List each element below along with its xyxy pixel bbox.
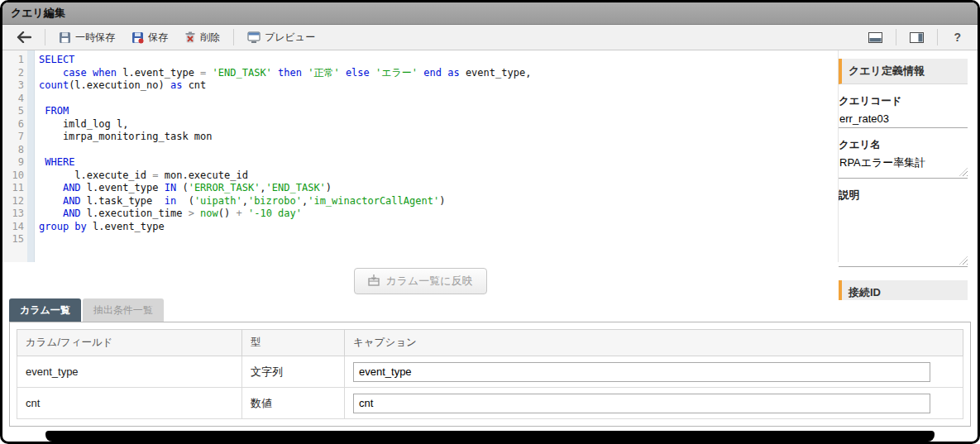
code-token (87, 67, 93, 79)
header-field: カラム/フィールド (17, 330, 242, 356)
code-token: l.execute_id (39, 169, 152, 181)
code-token (39, 182, 63, 193)
code-token: AND (63, 195, 81, 207)
code-token: , (260, 182, 265, 193)
save-icon (131, 31, 144, 44)
code-token: 'im_winactorCallAgent' (308, 195, 439, 207)
description-label: 説明 (839, 189, 968, 203)
cell-field: cnt (17, 388, 242, 419)
code-line: AND l.event_type IN ('ERROR_TASK','END_T… (39, 182, 838, 195)
line-number: 15 (2, 233, 24, 246)
tab-column-list[interactable]: カラム一覧 (9, 298, 81, 322)
code-token: + (236, 208, 241, 219)
query-name-textarea[interactable]: RPAエラー率集計 (839, 154, 968, 179)
code-token: l.task_type (81, 195, 165, 207)
query-name-field: RPAエラー率集計 (839, 154, 968, 179)
line-number: 5 (2, 105, 24, 118)
code-token (370, 67, 375, 79)
code-token (340, 67, 346, 79)
line-numbers: 123456789101112131415 (2, 50, 27, 262)
code-token: l.event_type (81, 182, 165, 193)
toolbar: 一時保存 保存 削除 プレビュー (2, 25, 978, 50)
code-token: 'uipath' (194, 195, 242, 207)
code-token: 'エラー' (375, 67, 418, 79)
column-list-panel: カラム/フィールド 型 キャプション event_type文字列cnt数値 (9, 322, 971, 427)
reflect-row: カラム一覧に反映 (2, 262, 839, 300)
code-line (39, 144, 838, 157)
code-lines[interactable]: SELECT case when l.event_type = 'END_TAS… (35, 50, 838, 262)
code-line: AND l.task_type in ('uipath','bizrobo','… (39, 195, 838, 208)
reflect-columns-icon (368, 275, 380, 289)
line-number: 8 (2, 144, 24, 157)
toolbar-separator (233, 29, 234, 45)
query-code-input[interactable] (839, 110, 968, 128)
sql-editor[interactable]: 123456789101112131415 SELECT case when l… (2, 50, 839, 262)
code-token: ( (176, 182, 188, 193)
caption-input[interactable] (353, 394, 930, 413)
bottom-bar (45, 431, 935, 442)
code-token: 'ERROR_TASK' (189, 182, 261, 193)
code-token: end (423, 67, 442, 79)
code-token: ) (439, 195, 445, 207)
back-icon (17, 31, 31, 43)
temp-save-button[interactable]: 一時保存 (51, 28, 122, 47)
code-token: () (218, 208, 237, 219)
code-token: , (242, 195, 248, 207)
code-line: l.execute_id = mon.execute_id (39, 169, 838, 183)
code-line: imld_log l, (39, 118, 838, 131)
query-definition-sidebar: クエリ定義情報 クエリコード クエリ名 RPAエラー率集計 説明 接続ID (839, 50, 978, 300)
code-token: 'END_TASK' (213, 67, 272, 79)
toggle-bottom-panel-button[interactable] (861, 30, 890, 45)
code-token: WHERE (45, 156, 74, 168)
tab-extraction-conditions[interactable]: 抽出条件一覧 (83, 298, 164, 322)
reflect-columns-button[interactable]: カラム一覧に反映 (354, 268, 486, 294)
delete-icon (184, 31, 196, 44)
code-token (39, 67, 63, 79)
save-button[interactable]: 保存 (124, 28, 175, 47)
toolbar-separator (45, 29, 45, 45)
description-field (839, 204, 968, 267)
code-token: AND (63, 182, 81, 193)
code-token: case (63, 67, 87, 79)
caption-input[interactable] (353, 362, 930, 382)
back-button[interactable] (9, 29, 39, 45)
code-token: count (39, 79, 69, 91)
description-textarea[interactable] (839, 204, 968, 267)
toggle-bottom-panel-icon (868, 32, 882, 43)
code-line (39, 233, 838, 246)
delete-button[interactable]: 削除 (177, 28, 227, 47)
code-line: case when l.event_type = 'END_TASK' then… (39, 67, 838, 80)
code-token (242, 208, 248, 219)
code-token: now (200, 208, 218, 219)
delete-label: 削除 (200, 31, 220, 45)
table-row: event_type文字列 (17, 356, 963, 388)
cell-caption (345, 356, 963, 388)
preview-icon (247, 31, 261, 44)
header-caption: キャプション (345, 330, 963, 356)
code-token: AND (63, 208, 81, 219)
line-number: 3 (2, 79, 24, 93)
line-number: 4 (2, 93, 24, 106)
code-token: else (346, 67, 370, 79)
query-definition-header: クエリ定義情報 (839, 59, 968, 84)
code-token: when (93, 67, 117, 79)
line-number: 6 (2, 118, 24, 131)
table-row: cnt数値 (17, 388, 963, 419)
toggle-right-panel-button[interactable] (902, 30, 931, 45)
line-number: 14 (2, 221, 24, 234)
code-token: group (39, 221, 69, 232)
columns-table-body: event_type文字列cnt数値 (17, 356, 963, 419)
line-number: 2 (2, 67, 24, 80)
code-token: FROM (45, 105, 69, 117)
preview-button[interactable]: プレビュー (240, 28, 323, 47)
code-token: l.execution_time (81, 208, 189, 219)
cell-type: 数値 (242, 388, 345, 419)
help-button[interactable]: ? (944, 28, 971, 46)
query-edit-window: クエリ編集 一時保存 保存 削除 (0, 0, 980, 444)
code-token: l.event_type (87, 221, 165, 232)
cell-type: 文字列 (242, 356, 345, 388)
cell-field: event_type (17, 356, 242, 388)
line-number: 11 (2, 182, 24, 195)
code-token: SELECT (39, 54, 74, 65)
code-token: 'bizrobo' (248, 195, 302, 207)
